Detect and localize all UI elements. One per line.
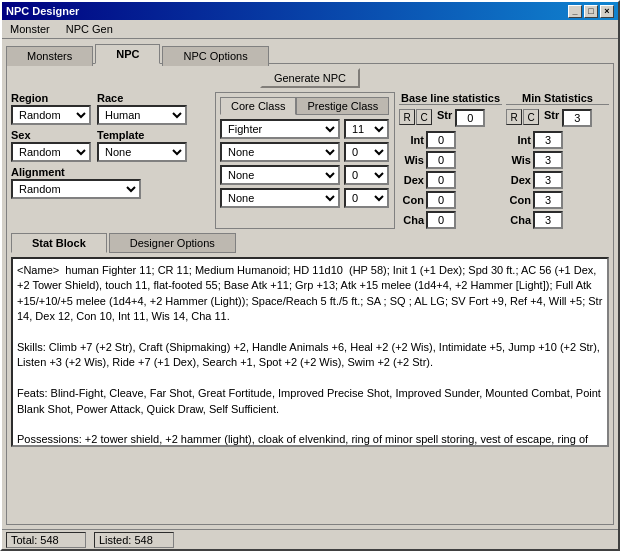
template-group: Template None bbox=[97, 129, 187, 162]
region-select[interactable]: Random bbox=[11, 105, 91, 125]
race-select[interactable]: Human bbox=[97, 105, 187, 125]
level-select-3[interactable]: 0 bbox=[344, 188, 389, 208]
title-bar: NPC Designer _ □ × bbox=[2, 2, 618, 20]
min-cha-row: Cha bbox=[506, 211, 609, 229]
baseline-con-label: Con bbox=[399, 194, 424, 206]
level-select-0[interactable]: 11 bbox=[344, 119, 389, 139]
region-label: Region bbox=[11, 92, 91, 104]
center-panel: Core Class Prestige Class Fighter 11 bbox=[215, 92, 395, 229]
core-class-tab[interactable]: Core Class bbox=[220, 97, 296, 115]
min-wis-label: Wis bbox=[506, 154, 531, 166]
menu-bar: Monster NPC Gen bbox=[2, 20, 618, 39]
min-wis-input[interactable] bbox=[533, 151, 563, 169]
prestige-class-tab[interactable]: Prestige Class bbox=[296, 97, 389, 115]
min-str-label: Str bbox=[544, 109, 559, 127]
class-row-0: Fighter 11 bbox=[220, 119, 390, 139]
alignment-select[interactable]: Random bbox=[11, 179, 141, 199]
class-select-0[interactable]: Fighter bbox=[220, 119, 340, 139]
tab-npc[interactable]: NPC bbox=[95, 44, 160, 64]
generate-npc-button[interactable]: Generate NPC bbox=[260, 68, 360, 88]
baseline-stats-header: Base line statistics bbox=[399, 92, 502, 105]
class-row-2: None 0 bbox=[220, 165, 390, 185]
min-stats-header: Min Statistics bbox=[506, 92, 609, 105]
baseline-con-input[interactable] bbox=[426, 191, 456, 209]
min-r-button[interactable]: R bbox=[506, 109, 522, 125]
level-select-1[interactable]: 0 bbox=[344, 142, 389, 162]
min-dex-row: Dex bbox=[506, 171, 609, 189]
menu-npc-gen[interactable]: NPC Gen bbox=[62, 22, 117, 36]
baseline-r-button[interactable]: R bbox=[399, 109, 415, 125]
min-con-row: Con bbox=[506, 191, 609, 209]
min-dex-input[interactable] bbox=[533, 171, 563, 189]
class-tabs: Core Class Prestige Class bbox=[220, 97, 390, 115]
baseline-int-row: Int bbox=[399, 131, 502, 149]
min-str-input[interactable] bbox=[562, 109, 592, 127]
baseline-int-input[interactable] bbox=[426, 131, 456, 149]
main-tabs: Monsters NPC NPC Options bbox=[2, 39, 618, 63]
baseline-cha-row: Cha bbox=[399, 211, 502, 229]
template-select[interactable]: None bbox=[97, 142, 187, 162]
sex-template-row: Sex Random Template None bbox=[11, 129, 211, 162]
baseline-str-label: Str bbox=[437, 109, 452, 127]
window-title: NPC Designer bbox=[6, 5, 79, 17]
alignment-label: Alignment bbox=[11, 166, 211, 178]
min-int-label: Int bbox=[506, 134, 531, 146]
bottom-tabs: Stat Block Designer Options bbox=[11, 233, 609, 253]
stat-block-textarea[interactable]: <Name> human Fighter 11; CR 11; Medium H… bbox=[11, 257, 609, 447]
min-c-button[interactable]: C bbox=[523, 109, 539, 125]
min-int-row: Int bbox=[506, 131, 609, 149]
title-bar-buttons: _ □ × bbox=[568, 5, 614, 18]
baseline-wis-label: Wis bbox=[399, 154, 424, 166]
level-select-2[interactable]: 0 bbox=[344, 165, 389, 185]
stat-block-content: <Name> human Fighter 11; CR 11; Medium H… bbox=[17, 264, 605, 447]
template-label: Template bbox=[97, 129, 187, 141]
baseline-wis-input[interactable] bbox=[426, 151, 456, 169]
alignment-group: Alignment Random bbox=[11, 166, 211, 199]
class-row-1: None 0 bbox=[220, 142, 390, 162]
status-total: Total: 548 bbox=[6, 532, 86, 548]
baseline-str-input[interactable] bbox=[455, 109, 485, 127]
maximize-button[interactable]: □ bbox=[584, 5, 598, 18]
baseline-cha-label: Cha bbox=[399, 214, 424, 226]
baseline-rc-buttons: R C Str bbox=[399, 109, 502, 127]
min-stats-box: Min Statistics R C Str Int Wis bbox=[506, 92, 609, 229]
min-wis-row: Wis bbox=[506, 151, 609, 169]
stats-section: Base line statistics R C Str Int Wi bbox=[399, 92, 609, 229]
baseline-con-row: Con bbox=[399, 191, 502, 209]
tab-npc-options[interactable]: NPC Options bbox=[162, 46, 268, 66]
baseline-c-button[interactable]: C bbox=[416, 109, 432, 125]
tab-monsters[interactable]: Monsters bbox=[6, 46, 93, 66]
close-button[interactable]: × bbox=[600, 5, 614, 18]
class-row-3: None 0 bbox=[220, 188, 390, 208]
stat-block-tab[interactable]: Stat Block bbox=[11, 233, 107, 253]
minimize-button[interactable]: _ bbox=[568, 5, 582, 18]
sex-select[interactable]: Random bbox=[11, 142, 91, 162]
class-rows: Fighter 11 None 0 bbox=[220, 119, 390, 208]
min-con-input[interactable] bbox=[533, 191, 563, 209]
status-listed: Listed: 548 bbox=[94, 532, 174, 548]
designer-options-tab[interactable]: Designer Options bbox=[109, 233, 236, 253]
baseline-wis-row: Wis bbox=[399, 151, 502, 169]
main-window: NPC Designer _ □ × Monster NPC Gen Monst… bbox=[0, 0, 620, 551]
min-rc-buttons: R C Str bbox=[506, 109, 609, 127]
baseline-dex-input[interactable] bbox=[426, 171, 456, 189]
min-dex-label: Dex bbox=[506, 174, 531, 186]
baseline-dex-label: Dex bbox=[399, 174, 424, 186]
region-sex-row: Region Random Race Human bbox=[11, 92, 211, 125]
baseline-dex-row: Dex bbox=[399, 171, 502, 189]
min-int-input[interactable] bbox=[533, 131, 563, 149]
menu-monster[interactable]: Monster bbox=[6, 22, 54, 36]
min-cha-input[interactable] bbox=[533, 211, 563, 229]
right-panel: Base line statistics R C Str Int Wi bbox=[399, 92, 609, 229]
main-content: Generate NPC Region Random Race Human bbox=[6, 63, 614, 525]
baseline-int-label: Int bbox=[399, 134, 424, 146]
class-select-2[interactable]: None bbox=[220, 165, 340, 185]
race-group: Race Human bbox=[97, 92, 187, 125]
min-cha-label: Cha bbox=[506, 214, 531, 226]
baseline-cha-input[interactable] bbox=[426, 211, 456, 229]
min-con-label: Con bbox=[506, 194, 531, 206]
class-select-1[interactable]: None bbox=[220, 142, 340, 162]
sex-label: Sex bbox=[11, 129, 91, 141]
status-bar: Total: 548 Listed: 548 bbox=[2, 529, 618, 549]
class-select-3[interactable]: None bbox=[220, 188, 340, 208]
